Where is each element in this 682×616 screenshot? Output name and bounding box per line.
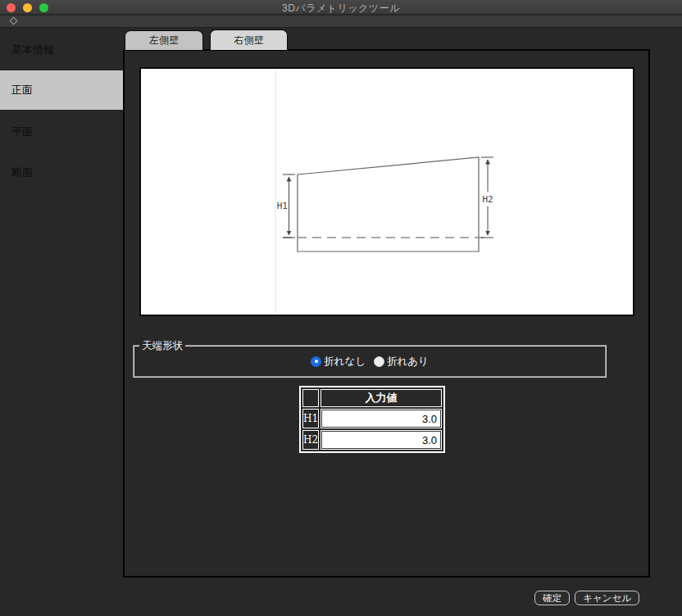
tab-label: 右側壁 (234, 34, 264, 48)
table-header-input-value: 入力値 (321, 389, 442, 407)
tab-left-wall[interactable]: 左側壁 (125, 30, 203, 50)
radio-label: 折れあり (387, 355, 429, 369)
radio-option-no-fold[interactable]: 折れなし (311, 355, 366, 369)
sidebar-item-front[interactable]: 正面 (0, 70, 123, 110)
tab-right-wall[interactable]: 右側壁 (210, 29, 288, 50)
toolbar (0, 16, 682, 28)
sidebar-item-basic-info[interactable]: 基本情報 (0, 29, 123, 70)
app-window: 3Dパラメトリックツール 基本情報 正面 平面 断面 左側壁 右側壁 (0, 0, 682, 616)
sidebar-item-label: 平面 (11, 125, 33, 139)
radio-unselected-icon[interactable] (374, 356, 384, 367)
h2-dimension-label: H2 (482, 194, 493, 205)
tab-label: 左側壁 (149, 34, 179, 48)
cancel-button[interactable]: キャンセル (575, 591, 639, 605)
h1-dimension-label: H1 (277, 201, 288, 211)
radio-selected-icon[interactable] (311, 356, 321, 367)
sidebar-item-label: 基本情報 (11, 43, 54, 57)
table-input-cell (321, 430, 442, 450)
sidebar-item-section[interactable]: 断面 (0, 152, 123, 193)
table-row-label-h1: H1 (302, 409, 319, 428)
radio-group: 折れなし 折れあり (134, 346, 605, 376)
radio-label: 折れなし (324, 355, 366, 369)
h2-value-input[interactable] (321, 431, 441, 449)
wall-elevation-diagram: H1 H2 (141, 69, 633, 315)
sidebar-item-label: 断面 (11, 165, 33, 180)
input-values-table: 入力値 H1 H2 (299, 386, 445, 453)
footer-buttons: 確定 キャンセル (534, 591, 639, 605)
table-corner-cell (302, 389, 319, 407)
top-edge-shape-groupbox: 天端形状 折れなし 折れあり (133, 345, 607, 378)
confirm-button[interactable]: 確定 (534, 591, 570, 605)
sidebar-item-plan[interactable]: 平面 (0, 111, 123, 152)
window-title: 3Dパラメトリックツール (0, 2, 682, 16)
table-row-label-h2: H2 (302, 430, 319, 450)
diamond-icon (10, 17, 18, 25)
sidebar-item-label: 正面 (11, 83, 33, 97)
radio-option-with-fold[interactable]: 折れあり (374, 355, 429, 369)
drawing-canvas: H1 H2 (139, 67, 634, 316)
h1-value-input[interactable] (321, 410, 441, 428)
table-input-cell (321, 409, 442, 428)
title-bar: 3Dパラメトリックツール (0, 0, 682, 15)
